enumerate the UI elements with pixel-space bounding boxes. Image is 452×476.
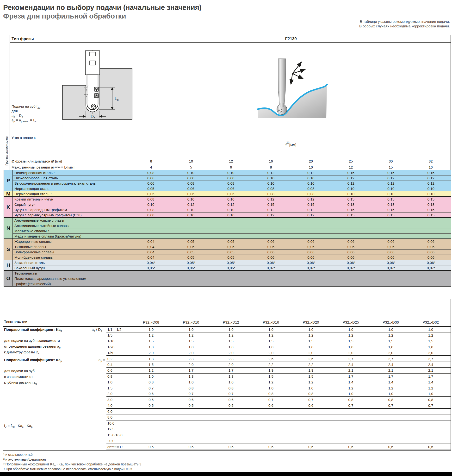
- footnote-3: ³ Поправочный коэффициент Kae · Kap при …: [3, 462, 141, 466]
- feed-value: [131, 276, 171, 281]
- feed-value: 0,15: [291, 202, 331, 207]
- coefficient-value: [331, 426, 371, 432]
- coefficient-value: [211, 421, 251, 426]
- feed-value: 0,06: [211, 186, 251, 191]
- coefficient-value: 1,4: [411, 379, 451, 385]
- coefficient-value: 1,7: [171, 368, 211, 373]
- coefficient-value: [251, 432, 291, 438]
- coefficient-value: 1,2: [291, 333, 331, 338]
- page-subtitle: Фреза для профильной обработки: [3, 12, 126, 20]
- coefficient-value: 1,2: [371, 333, 411, 338]
- feed-value: [371, 271, 411, 276]
- coefficient-value: 1,0: [211, 379, 251, 385]
- coefficient-row: 10,0: [3, 421, 451, 426]
- feed-value: 0,15: [331, 170, 371, 175]
- coefficient-value: [331, 432, 371, 438]
- coefficient-value: [411, 421, 451, 426]
- coefficient-row: 1/502,02,02,02,02,02,02,02,0: [3, 350, 451, 356]
- ratio-label: 1/50: [106, 350, 131, 356]
- coefficient-value: 1,4: [331, 379, 371, 385]
- row-spacer: [3, 362, 106, 368]
- material-label: Нержавеющая сталь: [13, 186, 131, 191]
- coefficient-row: 4,00,50,50,50,60,60,70,70,7: [3, 403, 451, 409]
- row-spacer: [3, 333, 106, 338]
- kae-condition: ae / Dc =: [72, 328, 105, 332]
- coefficient-value: 1,2: [171, 333, 211, 338]
- coefficient-value: 1,0: [411, 327, 451, 333]
- coefficient-value: [291, 432, 331, 438]
- cutter-model: F2139: [131, 35, 451, 42]
- feed-value: [331, 218, 371, 223]
- coefficient-value: 1,2: [331, 385, 371, 391]
- feed-value: 0,12: [211, 202, 251, 207]
- feed-value: [171, 234, 211, 238]
- feed-value: 0,08: [131, 207, 171, 212]
- coefficient-value: 2,0: [371, 350, 411, 356]
- coefficient-value: 1,0: [331, 391, 371, 397]
- feed-value: 0,08: [131, 197, 171, 202]
- feed-value: [251, 276, 291, 281]
- coefficient-value: 0,8: [171, 385, 211, 391]
- coefficient-value: [371, 426, 411, 432]
- feed-value: [211, 218, 251, 223]
- kap-title: Поправочный коэффициент Kap: [4, 358, 62, 362]
- feed-value: 0,08: [291, 186, 331, 191]
- material-label: Нелегированная сталь ¹: [13, 170, 131, 175]
- coefficient-value: 0,6: [251, 403, 291, 409]
- material-label: Медь и медные сплавы (бронза/латунь): [13, 234, 131, 238]
- coefficient-value: [211, 409, 251, 415]
- material-row: Ковкий литейный чугун0,080,100,100,120,1…: [13, 197, 451, 202]
- feed-value: 0,10: [211, 213, 251, 217]
- feed-unit-row: fZ0 [мм]: [10, 141, 451, 158]
- direction-arrow-down-right: [292, 74, 303, 78]
- coefficient-value: 1,5: [291, 338, 331, 344]
- material-label: Серый чугун: [13, 202, 131, 207]
- coefficient-value: 1,8: [251, 344, 291, 350]
- coefficient-value: 1,5: [251, 338, 291, 344]
- coefficient-value: [131, 415, 171, 420]
- coefficient-value: 2,7: [411, 356, 451, 362]
- feed-value: 0,06: [291, 255, 331, 260]
- material-label: Нержавеющая сталь ²: [13, 191, 131, 196]
- coefficient-value: [411, 409, 451, 415]
- coefficient-value: [371, 421, 411, 426]
- coefficient-value: 0,5: [131, 403, 171, 409]
- coefficient-value: 1,7: [371, 374, 411, 379]
- material-label: Чугун с шаровидным графитом: [13, 207, 131, 212]
- kae-rows: 1/1 – 1/21,01,01,01,01,01,01,01,01/51,21…: [3, 327, 451, 356]
- coefficient-value: 2,0: [411, 350, 451, 356]
- material-label: Закалённый чугун: [13, 265, 131, 270]
- coefficient-value: 1,2: [291, 379, 331, 385]
- coefficient-value: 1,5: [211, 338, 251, 344]
- coefficient-value: 1,0: [251, 385, 291, 391]
- coefficient-value: 2,3: [171, 356, 211, 362]
- coefficient-value: 1,7: [331, 374, 371, 379]
- coefficient-value: 1,0: [291, 327, 331, 333]
- feed-value: [291, 218, 331, 223]
- material-label: Пластмассы, армированные углеволокном: [13, 276, 131, 281]
- coefficient-value: [131, 426, 171, 432]
- material-row: Закалённая сталь0,04³0,05³0,05³0,06³0,06…: [13, 260, 451, 265]
- depth-label: 8,0: [106, 415, 131, 420]
- feed-value: [131, 223, 171, 228]
- coefficient-row: 12,5: [3, 426, 451, 432]
- material-label: Молибденовые сплавы: [13, 255, 131, 260]
- coefficient-value: 1,8: [211, 344, 251, 350]
- feed-value: [331, 228, 371, 234]
- coefficient-row: 15,0/16,0: [3, 432, 451, 438]
- feed-value: 0,15: [371, 170, 411, 175]
- feed-value: [211, 271, 251, 276]
- coefficient-value: 1,3: [171, 374, 211, 379]
- header-note: В таблице указаны рекомендуемые значения…: [359, 19, 450, 28]
- material-label: Титановые сплавы: [13, 244, 131, 249]
- page-title: Рекомендации по выбору подачи (начальные…: [3, 3, 201, 12]
- feed-value: 0,04: [131, 255, 171, 260]
- feed-value: 0,15: [411, 213, 451, 217]
- feed-value: 0,12: [251, 197, 291, 202]
- feed-value: 0,10: [251, 175, 291, 181]
- coefficient-value: 1,5: [411, 338, 451, 344]
- feed-value: [291, 276, 331, 281]
- row-spacer: [3, 409, 106, 415]
- depth-label: 1,5: [106, 385, 131, 391]
- coefficient-value: 0,8: [131, 379, 171, 385]
